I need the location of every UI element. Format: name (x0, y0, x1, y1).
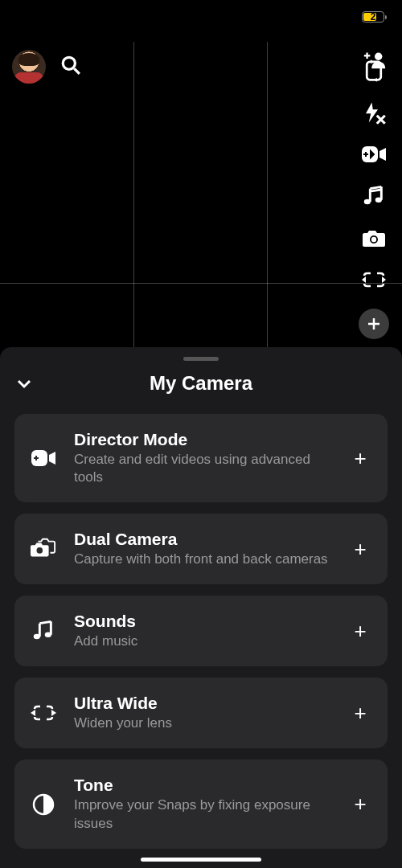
option-dual-camera[interactable]: Dual Camera Capture with both front and … (14, 514, 388, 584)
tone-icon (31, 792, 56, 817)
option-desc: Create and edit videos using advanced to… (74, 451, 331, 486)
sheet-grabber[interactable] (183, 357, 219, 361)
svg-point-13 (364, 199, 371, 205)
option-title: Tone (74, 776, 331, 795)
svg-point-14 (375, 197, 382, 203)
avatar[interactable] (12, 50, 46, 84)
svg-line-5 (74, 68, 80, 74)
svg-point-4 (63, 57, 75, 69)
option-desc: Add music (74, 633, 331, 650)
music-icon (31, 620, 56, 642)
option-title: Ultra Wide (74, 694, 331, 713)
add-option-button[interactable]: + (349, 792, 371, 817)
option-desc: Widen your lens (74, 714, 331, 732)
add-option-button[interactable]: + (349, 619, 371, 644)
home-indicator[interactable] (141, 858, 261, 862)
camera-tool-rail (359, 58, 389, 381)
svg-point-22 (45, 633, 51, 638)
director-mode-icon (31, 448, 56, 469)
add-option-button[interactable]: + (349, 446, 371, 471)
flip-camera-icon[interactable] (361, 58, 387, 84)
option-desc: Improve your Snaps by fixing exposure is… (74, 796, 331, 832)
option-ultra-wide[interactable]: Ultra Wide Widen your lens + (14, 678, 388, 748)
option-title: Director Mode (74, 430, 331, 449)
option-title: Dual Camera (74, 530, 331, 549)
music-icon[interactable] (361, 183, 387, 209)
sheet-title: My Camera (14, 372, 388, 395)
option-title: Sounds (74, 612, 331, 631)
svg-rect-9 (367, 62, 381, 80)
option-desc: Capture with both front and back cameras (74, 551, 331, 568)
battery-percent: 2 (371, 11, 376, 23)
svg-point-21 (34, 634, 40, 640)
dual-camera-icon[interactable] (361, 225, 387, 251)
search-icon[interactable] (60, 55, 81, 79)
add-option-button[interactable]: + (349, 537, 371, 562)
option-tone[interactable]: Tone Improve your Snaps by fixing exposu… (14, 760, 388, 848)
ultra-wide-icon[interactable] (361, 267, 387, 293)
more-tools-button[interactable] (359, 309, 389, 339)
add-option-button[interactable]: + (349, 701, 371, 726)
svg-point-20 (37, 547, 43, 554)
battery-icon: 2 (362, 11, 384, 23)
my-camera-sheet: My Camera Director Mode Create and edit … (0, 347, 402, 868)
dual-camera-icon (31, 537, 56, 561)
option-sounds[interactable]: Sounds Add music + (14, 596, 388, 666)
camera-gridlines (0, 42, 402, 347)
flash-off-icon[interactable] (361, 100, 387, 125)
svg-point-16 (371, 237, 376, 242)
ultra-wide-icon (31, 703, 56, 723)
option-director-mode[interactable]: Director Mode Create and edit videos usi… (14, 414, 388, 502)
director-mode-icon[interactable] (361, 141, 387, 167)
